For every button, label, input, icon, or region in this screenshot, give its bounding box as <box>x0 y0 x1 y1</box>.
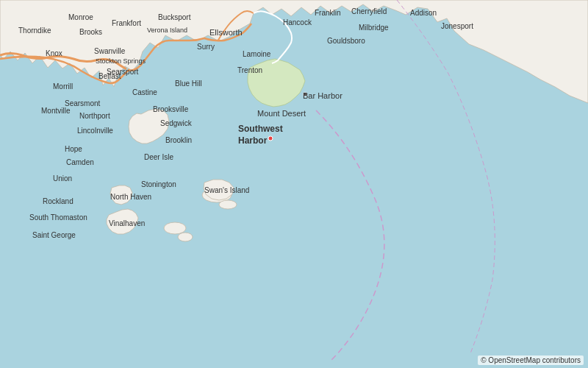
svg-point-3 <box>164 222 186 234</box>
map-container: SouthwestHarbor Bar Harbor Mount Desert … <box>0 0 588 368</box>
svg-point-8 <box>304 93 307 96</box>
svg-point-7 <box>268 136 273 141</box>
osm-attribution: © OpenStreetMap contributors <box>478 355 584 365</box>
svg-point-4 <box>178 233 193 241</box>
svg-point-6 <box>219 200 237 209</box>
map-svg <box>0 0 588 368</box>
